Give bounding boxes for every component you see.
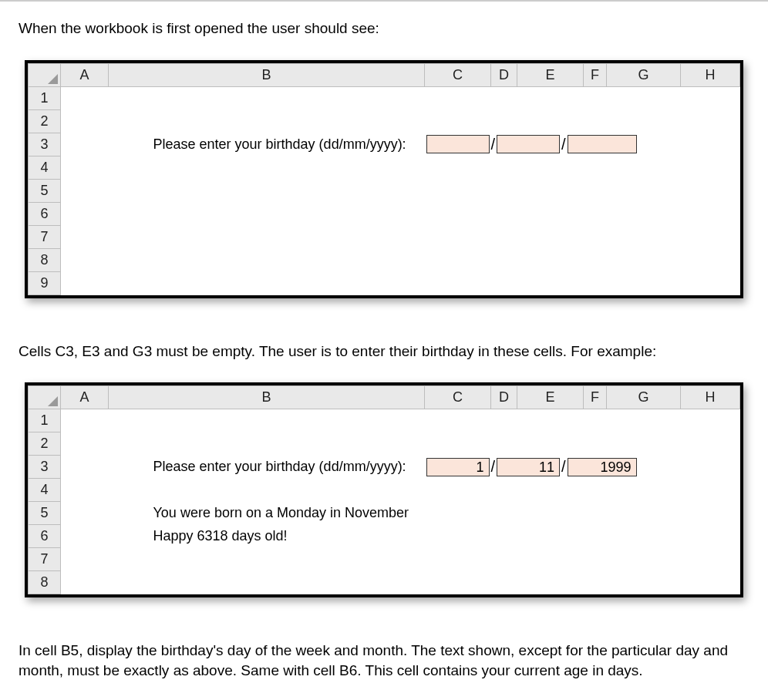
row-header-1[interactable]: 1 (29, 409, 61, 432)
col-header-G[interactable]: G (607, 63, 681, 86)
col-header-H[interactable]: H (681, 386, 740, 409)
row-header-3[interactable]: 3 (29, 456, 61, 479)
col-header-F[interactable]: F (584, 63, 607, 86)
cell[interactable] (61, 109, 740, 133)
row-header-2[interactable]: 2 (29, 432, 61, 456)
cell-A3[interactable] (61, 133, 109, 156)
intro-paragraph-3: In cell B5, display the birthday's day o… (19, 641, 749, 680)
date-input-group: 1/11/1999 (425, 456, 740, 479)
cell-C3-day-input[interactable] (426, 135, 490, 153)
cell-B6-age-days[interactable]: Happy 6318 days old! (109, 525, 740, 548)
row-header-3[interactable]: 3 (29, 133, 61, 156)
cell-G3-year-input[interactable]: 1999 (568, 458, 637, 476)
cell-C3-day-input[interactable]: 1 (426, 458, 490, 476)
col-header-A[interactable]: A (61, 63, 109, 86)
row-header-6[interactable]: 6 (29, 202, 61, 225)
row-header-7[interactable]: 7 (29, 225, 61, 248)
cell[interactable] (61, 479, 740, 502)
col-header-H[interactable]: H (681, 63, 740, 86)
cell-B5-weekday-month[interactable]: You were born on a Monday in November (109, 502, 740, 525)
col-header-E[interactable]: E (517, 386, 584, 409)
date-input-group: // (425, 133, 740, 156)
row-header-1[interactable]: 1 (29, 86, 61, 109)
col-header-F[interactable]: F (584, 386, 607, 409)
cell[interactable] (61, 202, 740, 225)
cell[interactable] (61, 225, 740, 248)
row-header-4[interactable]: 4 (29, 479, 61, 502)
cell-A5[interactable] (61, 502, 109, 525)
cell[interactable] (61, 409, 740, 432)
row-header-8[interactable]: 8 (29, 571, 61, 594)
column-header-row: A B C D E F G H (29, 386, 740, 409)
cell-F3-slash: / (560, 136, 568, 153)
col-header-A[interactable]: A (61, 386, 109, 409)
cell-A3[interactable] (61, 456, 109, 479)
col-header-B[interactable]: B (109, 63, 425, 86)
cell[interactable] (61, 271, 740, 294)
col-header-B[interactable]: B (109, 386, 425, 409)
sheet-table-2: A B C D E F G H 1 2 3 Please enter your … (28, 385, 740, 594)
cell-D3-slash: / (490, 458, 497, 476)
col-header-D[interactable]: D (491, 386, 517, 409)
row-header-9[interactable]: 9 (29, 271, 61, 294)
cell[interactable] (61, 156, 740, 179)
sheet-table-1: A B C D E F G H 1 2 3 Please enter your … (28, 63, 740, 295)
cell[interactable] (61, 179, 740, 202)
spreadsheet-example: A B C D E F G H 1 2 3 Please enter your … (25, 382, 743, 597)
cell-A6[interactable] (61, 525, 109, 548)
row-header-7[interactable]: 7 (29, 548, 61, 571)
col-header-G[interactable]: G (607, 386, 681, 409)
cell[interactable] (61, 548, 740, 571)
row-header-5[interactable]: 5 (29, 502, 61, 525)
column-header-row: A B C D E F G H (29, 63, 740, 86)
cell[interactable] (61, 86, 740, 109)
col-header-D[interactable]: D (491, 63, 517, 86)
select-all-corner[interactable] (29, 386, 61, 409)
row-header-4[interactable]: 4 (29, 156, 61, 179)
col-header-C[interactable]: C (425, 386, 491, 409)
col-header-C[interactable]: C (425, 63, 491, 86)
cell-F3-slash: / (560, 458, 568, 476)
cell-G3-year-input[interactable] (568, 135, 637, 153)
cell[interactable] (61, 432, 740, 456)
cell[interactable] (61, 571, 740, 594)
cell-E3-month-input[interactable] (497, 135, 560, 153)
cell-B3-prompt[interactable]: Please enter your birthday (dd/mm/yyyy): (109, 456, 425, 479)
row-header-6[interactable]: 6 (29, 525, 61, 548)
row-header-8[interactable]: 8 (29, 248, 61, 271)
cell-D3-slash: / (490, 136, 497, 153)
col-header-E[interactable]: E (517, 63, 584, 86)
cell-B3-prompt[interactable]: Please enter your birthday (dd/mm/yyyy): (109, 133, 425, 156)
intro-paragraph-1: When the workbook is first opened the us… (19, 19, 749, 39)
intro-paragraph-2: Cells C3, E3 and G3 must be empty. The u… (19, 342, 749, 362)
spreadsheet-initial: A B C D E F G H 1 2 3 Please enter your … (25, 60, 743, 298)
cell[interactable] (61, 248, 740, 271)
row-header-2[interactable]: 2 (29, 109, 61, 133)
cell-E3-month-input[interactable]: 11 (497, 458, 560, 476)
row-header-5[interactable]: 5 (29, 179, 61, 202)
select-all-corner[interactable] (29, 63, 61, 86)
